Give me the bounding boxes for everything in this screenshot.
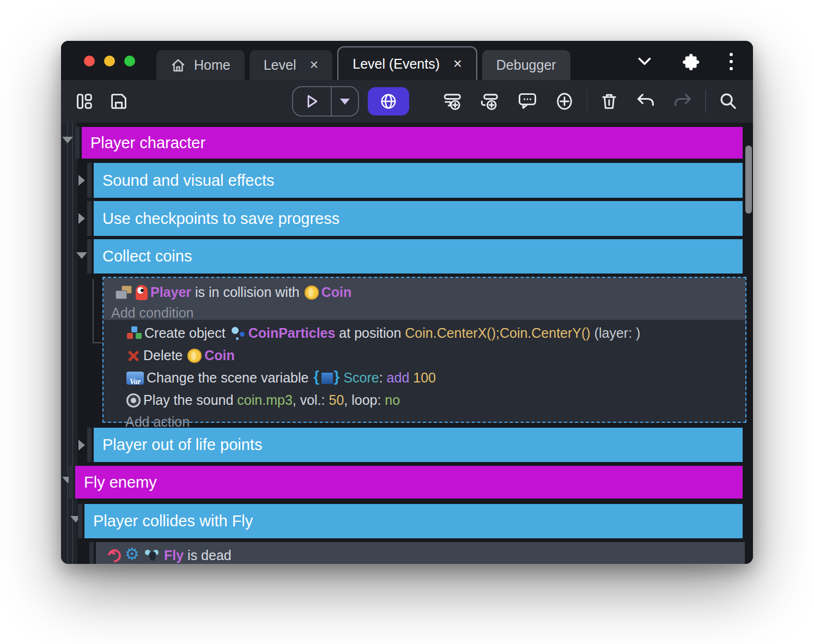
add-subevent-button[interactable] — [480, 91, 501, 112]
actions-zone: Create object CoinParticles at position … — [104, 320, 745, 431]
text-segment: 100 — [413, 370, 436, 386]
text-segment: , vol.: — [293, 392, 329, 408]
text-segment: Delete — [143, 348, 186, 363]
group-header-player-character[interactable]: Player character — [82, 127, 743, 159]
text-segment: is in collision with — [191, 284, 303, 300]
collision-icon — [116, 285, 132, 299]
text-segment: , loop: — [344, 392, 385, 408]
play-options-caret-icon — [339, 98, 351, 105]
text-segment: Change the scene variable — [147, 370, 312, 386]
scene-var-icon — [313, 370, 341, 386]
add-comment-button[interactable] — [517, 91, 538, 112]
text-segment: Coin — [204, 348, 235, 363]
overflow-menu-icon[interactable] — [728, 51, 734, 72]
indent-guide — [93, 279, 102, 343]
tab-home[interactable]: Home — [156, 50, 245, 80]
play-preview-button[interactable] — [293, 87, 332, 116]
coin-icon — [305, 285, 319, 300]
text-segment: Play the sound — [143, 392, 237, 408]
tab-level-events[interactable]: Level (Events) × — [337, 46, 477, 80]
group-header-player-out[interactable]: Player out of life points — [94, 428, 743, 462]
scrollbar-thumb[interactable] — [745, 145, 752, 214]
events-sheet: Player character Sound and visual effect… — [61, 123, 753, 564]
action-line[interactable]: Play the sound coin.mp3, vol.: 50, loop:… — [125, 389, 740, 411]
conditions-zone: Player is in collision with Coin Add con… — [104, 278, 745, 320]
collapse-arrow[interactable] — [62, 137, 73, 143]
group-header-fly-enemy[interactable]: Fly enemy — [75, 466, 743, 499]
group-header-collect-coins[interactable]: Collect coins — [94, 239, 743, 274]
expand-arrow[interactable] — [78, 175, 85, 186]
add-event-button[interactable] — [443, 91, 464, 112]
expand-arrow[interactable] — [78, 440, 85, 451]
player-sprite-icon — [136, 285, 148, 300]
group-header-sound-effects[interactable]: Sound and visual effects — [94, 163, 743, 198]
tab-label: Level — [264, 57, 296, 73]
condition-line[interactable]: Player is in collision with Coin — [114, 281, 740, 303]
redo-icon — [672, 91, 693, 112]
play-options-button[interactable] — [332, 87, 358, 116]
collapse-arrow[interactable] — [76, 252, 87, 259]
group-label: Collect coins — [102, 247, 192, 265]
publish-button[interactable] — [368, 87, 409, 116]
zoom-window-button[interactable] — [124, 56, 135, 66]
close-icon[interactable]: × — [453, 57, 462, 71]
minimize-window-button[interactable] — [104, 56, 115, 66]
delete-button[interactable] — [599, 92, 619, 111]
add-comment-icon — [517, 91, 538, 112]
titlebar: Home Level × Level (Events) × Debugger — [61, 41, 753, 80]
action-line[interactable]: Create object CoinParticles at position … — [125, 322, 740, 344]
text-segment: coin.mp3 — [237, 392, 292, 408]
chevron-down-icon[interactable] — [635, 52, 654, 71]
group-label: Fly enemy — [84, 473, 157, 491]
panels-button[interactable] — [75, 92, 95, 111]
gear-icon — [125, 548, 140, 564]
publish-globe-icon — [379, 92, 398, 111]
var-icon — [126, 372, 144, 385]
toolbar-divider — [587, 90, 588, 113]
close-window-button[interactable] — [84, 56, 95, 66]
add-more-icon — [554, 91, 575, 112]
group-header-checkpoints[interactable]: Use checkpoints to save progress — [94, 201, 743, 236]
group-header-player-collides[interactable]: Player collides with Fly — [84, 504, 743, 538]
create-object-icon — [126, 326, 142, 341]
coin-collision-event[interactable]: Player is in collision with Coin Add con… — [102, 277, 746, 423]
text-segment — [409, 370, 413, 386]
undo-button[interactable] — [635, 91, 656, 112]
fly-dead-event[interactable]: Fly is dead — [96, 542, 745, 564]
tab-bar: Home Level × Level (Events) × Debugger — [156, 46, 570, 80]
group-label: Player character — [90, 134, 205, 152]
text-segment: Create object — [144, 325, 229, 341]
trash-icon — [599, 92, 619, 111]
home-icon — [171, 58, 186, 73]
group-label: Use checkpoints to save progress — [102, 210, 339, 228]
save-button[interactable] — [109, 92, 129, 111]
toolbar — [61, 80, 753, 123]
condition-line[interactable]: Fly is dead — [107, 544, 739, 564]
search-button[interactable] — [718, 91, 739, 112]
panels-icon — [75, 92, 95, 111]
preview-split-button — [292, 86, 359, 117]
tab-debugger[interactable]: Debugger — [482, 50, 570, 80]
titlebar-controls — [635, 50, 734, 74]
tab-level[interactable]: Level × — [250, 50, 333, 80]
add-more-button[interactable] — [554, 91, 575, 112]
text-segment: Fly — [164, 548, 184, 563]
fly-icon — [144, 549, 161, 562]
add-subevent-icon — [480, 91, 501, 112]
expand-arrow[interactable] — [78, 213, 85, 224]
tab-label: Debugger — [496, 57, 556, 73]
group-label: Sound and visual effects — [102, 172, 274, 190]
redo-button[interactable] — [672, 91, 693, 112]
text-segment: Coin — [321, 284, 352, 300]
coin-icon — [187, 349, 202, 363]
save-icon — [109, 92, 129, 111]
toolbar-divider — [705, 90, 706, 113]
close-icon[interactable]: × — [309, 58, 318, 72]
add-condition-link[interactable]: Add condition — [111, 303, 740, 322]
action-line[interactable]: Change the scene variable Score: add 100 — [125, 367, 740, 389]
extensions-puzzle-icon[interactable] — [682, 53, 700, 70]
text-segment: Player — [150, 284, 191, 300]
action-line[interactable]: Delete Coin — [125, 344, 740, 367]
tab-label: Home — [194, 57, 230, 73]
text-segment: : — [379, 370, 387, 386]
